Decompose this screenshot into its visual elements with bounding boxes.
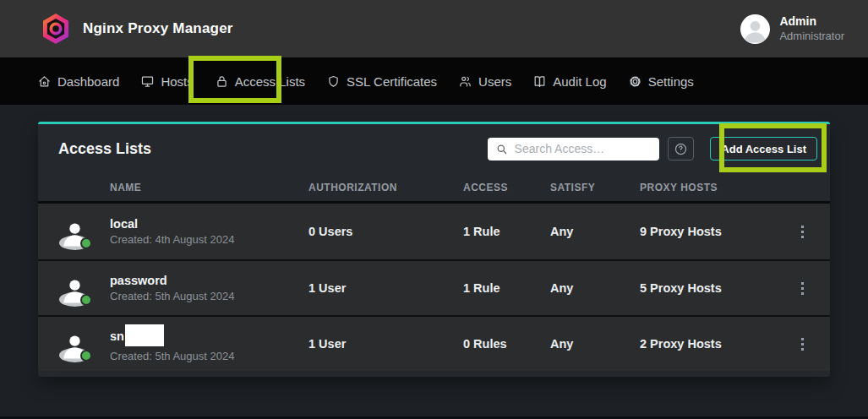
- row-menu-button[interactable]: [789, 219, 815, 244]
- column-header-name: NAME: [110, 182, 308, 193]
- lock-icon: [215, 74, 229, 89]
- access-value: 1 Rule: [463, 225, 550, 238]
- nav-item-access-lists[interactable]: Access Lists: [215, 74, 305, 89]
- nav-label: Hosts: [161, 74, 193, 89]
- access-lists-panel: Access Lists Add Access List NAME AUTHOR…: [38, 122, 830, 377]
- row-menu-button[interactable]: [789, 275, 815, 301]
- satisfy-value: Any: [550, 225, 640, 238]
- user-role: Administrator: [779, 30, 844, 43]
- table-header-row: NAME AUTHORIZATION ACCESS SATISFY PROXY …: [38, 173, 830, 204]
- help-button[interactable]: [668, 137, 694, 161]
- table-row: password Created: 5th August 2024 1 User…: [38, 259, 830, 315]
- access-list-name: local: [110, 217, 308, 231]
- app-header: Nginx Proxy Manager Admin Administrator: [0, 0, 868, 57]
- nav-label: Settings: [648, 74, 694, 89]
- column-header-satisfy: SATISFY: [550, 182, 640, 193]
- created-date: Created: 5th August 2024: [110, 290, 308, 302]
- nav-label: Users: [478, 74, 511, 89]
- nav-label: Dashboard: [57, 74, 119, 89]
- status-online-dot: [80, 237, 92, 249]
- nav-item-dashboard[interactable]: Dashboard: [37, 74, 119, 89]
- nav-label: Audit Log: [553, 74, 606, 89]
- status-online-dot: [80, 350, 92, 362]
- user-menu[interactable]: Admin Administrator: [740, 14, 844, 44]
- nav-item-users[interactable]: Users: [458, 74, 511, 89]
- status-online-dot: [80, 294, 92, 306]
- search-icon: [496, 143, 507, 155]
- nav-label: SSL Certificates: [347, 74, 437, 89]
- add-access-list-button[interactable]: Add Access List: [710, 137, 817, 161]
- panel-title: Access Lists: [58, 140, 151, 158]
- brand: Nginx Proxy Manager: [41, 13, 233, 45]
- search-input[interactable]: [515, 142, 653, 155]
- panel-header: Access Lists Add Access List: [38, 124, 830, 173]
- nav-item-audit-log[interactable]: Audit Log: [532, 74, 606, 89]
- created-date: Created: 4th August 2024: [110, 233, 308, 246]
- app-logo-icon: [41, 13, 71, 45]
- book-icon: [532, 74, 547, 89]
- table-row: sn Created: 5th August 2024 1 User 0 Rul…: [38, 315, 830, 371]
- access-value: 1 Rule: [463, 281, 550, 295]
- nav-item-hosts[interactable]: Hosts: [140, 74, 193, 89]
- nav-item-settings[interactable]: Settings: [628, 74, 694, 89]
- column-header-authorization: AUTHORIZATION: [308, 182, 463, 193]
- column-header-access: ACCESS: [463, 182, 550, 193]
- column-header-proxy-hosts: PROXY HOSTS: [640, 182, 789, 193]
- table-row: local Created: 4th August 2024 0 Users 1…: [38, 204, 830, 259]
- nav-item-ssl-certificates[interactable]: SSL Certificates: [326, 74, 437, 89]
- shield-icon: [326, 74, 341, 89]
- created-date: Created: 5th August 2024: [110, 350, 308, 362]
- home-icon: [37, 74, 52, 89]
- satisfy-value: Any: [550, 281, 640, 295]
- user-name: Admin: [779, 14, 844, 30]
- user-avatar: [740, 14, 770, 44]
- access-list-name: sn: [110, 325, 308, 347]
- person-icon: [740, 14, 770, 44]
- main-nav: Dashboard Hosts Access Lists SSL Certifi…: [0, 57, 868, 105]
- redaction-box: [125, 324, 164, 346]
- proxy-hosts-value: 9 Proxy Hosts: [640, 225, 789, 238]
- nav-label: Access Lists: [235, 74, 305, 89]
- satisfy-value: Any: [550, 337, 640, 351]
- help-icon: [674, 142, 688, 156]
- monitor-icon: [140, 74, 155, 89]
- authorization-value: 0 Users: [308, 225, 463, 238]
- users-icon: [458, 74, 472, 89]
- access-list-name: password: [110, 274, 308, 287]
- authorization-value: 1 User: [308, 337, 463, 351]
- search-box: [488, 138, 659, 161]
- authorization-value: 1 User: [308, 281, 463, 295]
- proxy-hosts-value: 5 Proxy Hosts: [640, 281, 789, 295]
- app-title: Nginx Proxy Manager: [83, 20, 233, 37]
- row-menu-button[interactable]: [789, 331, 815, 356]
- proxy-hosts-value: 2 Proxy Hosts: [640, 337, 789, 351]
- gear-icon: [628, 74, 642, 89]
- access-value: 0 Rules: [463, 337, 550, 351]
